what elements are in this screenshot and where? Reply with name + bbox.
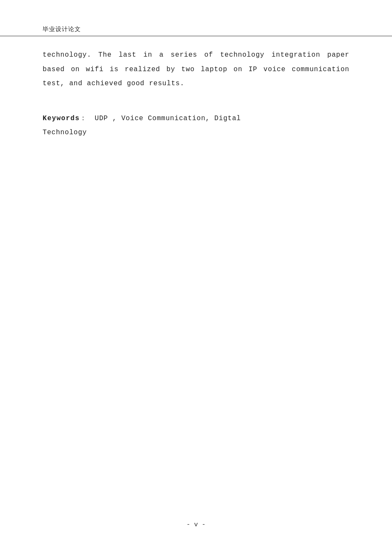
keywords-continuation: Technology xyxy=(43,126,349,140)
header-title: 毕业设计论文 xyxy=(43,26,81,33)
keywords-section: Keywords： UDP , Voice Communication, Dig… xyxy=(43,112,349,140)
page-number-text: - v - xyxy=(186,521,205,528)
keywords-values: UDP , Voice Communication, Digtal xyxy=(95,115,241,122)
body-paragraph: technology. The last in a series of tech… xyxy=(43,48,349,91)
keywords-label: Keywords xyxy=(43,115,80,122)
keywords-line-1: Keywords： UDP , Voice Communication, Dig… xyxy=(43,112,349,126)
page-header: 毕业设计论文 xyxy=(0,0,392,36)
page: 毕业设计论文 technology. The last in a series … xyxy=(0,0,392,554)
page-number: - v - xyxy=(0,521,392,528)
content-area: technology. The last in a series of tech… xyxy=(0,36,392,140)
keywords-colon: ： xyxy=(80,115,86,122)
